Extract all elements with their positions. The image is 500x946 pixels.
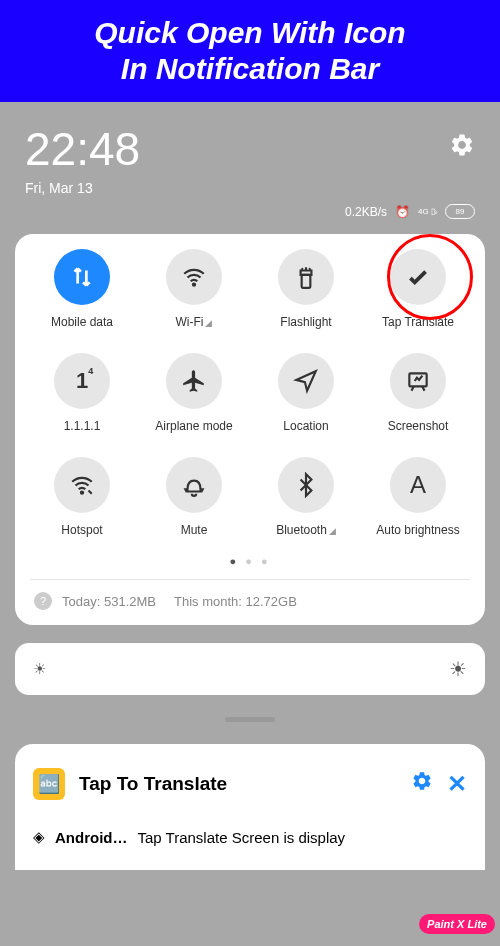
clock-time: 22:48 — [25, 122, 140, 176]
network-speed: 0.2KB/s — [345, 205, 387, 219]
clock-date: Fri, Mar 13 — [25, 180, 140, 196]
qs-tile-wi-fi[interactable]: Wi-Fi◢ — [142, 249, 246, 329]
screenshot-icon — [390, 353, 446, 409]
data-usage-row[interactable]: ? Today: 531.2MB This month: 12.72GB — [30, 579, 470, 610]
notification-close-icon[interactable]: ✕ — [447, 770, 467, 798]
qs-label: Location — [283, 419, 328, 433]
quick-settings-grid: Mobile dataWi-Fi◢FlashlightTap Translate… — [30, 249, 470, 537]
help-icon: ? — [34, 592, 52, 610]
brightness-slider[interactable]: ☀ ☀ — [15, 643, 485, 695]
quick-settings-panel: Mobile dataWi-Fi◢FlashlightTap Translate… — [15, 234, 485, 625]
notification-app: Android… — [55, 829, 128, 846]
qs-label: Mute — [181, 523, 208, 537]
svg-point-3 — [81, 492, 83, 494]
airplane-icon — [166, 353, 222, 409]
qs-tile-auto-brightness[interactable]: AAuto brightness — [366, 457, 470, 537]
qs-tile-screenshot[interactable]: Screenshot — [366, 353, 470, 433]
title-banner: Quick Open With Icon In Notification Bar — [0, 0, 500, 102]
qs-label: Hotspot — [61, 523, 102, 537]
qs-tile-bluetooth[interactable]: Bluetooth◢ — [254, 457, 358, 537]
qs-label: Auto brightness — [376, 523, 459, 537]
layers-icon: ◈ — [33, 828, 45, 846]
banner-line2: In Notification Bar — [20, 51, 480, 87]
svg-rect-1 — [302, 275, 311, 288]
qs-tile-airplane-mode[interactable]: Airplane mode — [142, 353, 246, 433]
alarm-icon: ⏰ — [395, 205, 410, 219]
battery-icon: 89 — [445, 204, 475, 219]
wifi-icon — [166, 249, 222, 305]
hotspot-icon — [54, 457, 110, 513]
settings-icon[interactable] — [449, 132, 475, 165]
signal-icon: 4G ▯ᵢₗ — [418, 207, 437, 216]
bluetooth-icon — [278, 457, 334, 513]
qs-label: Bluetooth◢ — [276, 523, 336, 537]
svg-point-0 — [193, 284, 195, 286]
qs-label: Wi-Fi◢ — [176, 315, 213, 329]
brightness-low-icon: ☀ — [33, 660, 46, 678]
location-icon — [278, 353, 334, 409]
notification-shade: 22:48 Fri, Mar 13 0.2KB/s ⏰ 4G ▯ᵢₗ 89 Mo… — [0, 102, 500, 890]
usage-today: Today: 531.2MB — [62, 594, 156, 609]
page-indicator: ● ● ● — [30, 555, 470, 567]
usage-month: This month: 12.72GB — [174, 594, 297, 609]
letter-a-icon: A — [390, 457, 446, 513]
qs-tile-hotspot[interactable]: Hotspot — [30, 457, 134, 537]
qs-tile-flashlight[interactable]: Flashlight — [254, 249, 358, 329]
qs-label: Airplane mode — [155, 419, 232, 433]
bell-icon — [166, 457, 222, 513]
qs-label: Screenshot — [388, 419, 449, 433]
notification-settings-icon[interactable] — [411, 770, 433, 798]
notification-text: Tap Translate Screen is display — [138, 829, 346, 846]
qs-tile-mute[interactable]: Mute — [142, 457, 246, 537]
qs-label: Mobile data — [51, 315, 113, 329]
notification-title: Tap To Translate — [79, 773, 397, 795]
watermark: Paint X Lite — [419, 914, 495, 934]
one-icon: 14 — [54, 353, 110, 409]
qs-tile-tap-translate[interactable]: Tap Translate — [366, 249, 470, 329]
qs-label: Tap Translate — [382, 315, 454, 329]
flashlight-icon — [278, 249, 334, 305]
qs-tile-mobile-data[interactable]: Mobile data — [30, 249, 134, 329]
qs-label: 1.1.1.1 — [64, 419, 101, 433]
drag-handle[interactable] — [225, 717, 275, 722]
brightness-high-icon: ☀ — [449, 657, 467, 681]
translate-app-icon: 🔤 — [33, 768, 65, 800]
notification-card[interactable]: 🔤 Tap To Translate ✕ ◈ Android… Tap Tran… — [15, 744, 485, 870]
status-indicators: 0.2KB/s ⏰ 4G ▯ᵢₗ 89 — [15, 196, 485, 219]
qs-tile-1-1-1-1[interactable]: 141.1.1.1 — [30, 353, 134, 433]
status-header: 22:48 Fri, Mar 13 — [15, 122, 485, 196]
qs-tile-location[interactable]: Location — [254, 353, 358, 433]
arrows-updown-icon — [54, 249, 110, 305]
banner-line1: Quick Open With Icon — [20, 15, 480, 51]
check-icon — [390, 249, 446, 305]
qs-label: Flashlight — [280, 315, 331, 329]
